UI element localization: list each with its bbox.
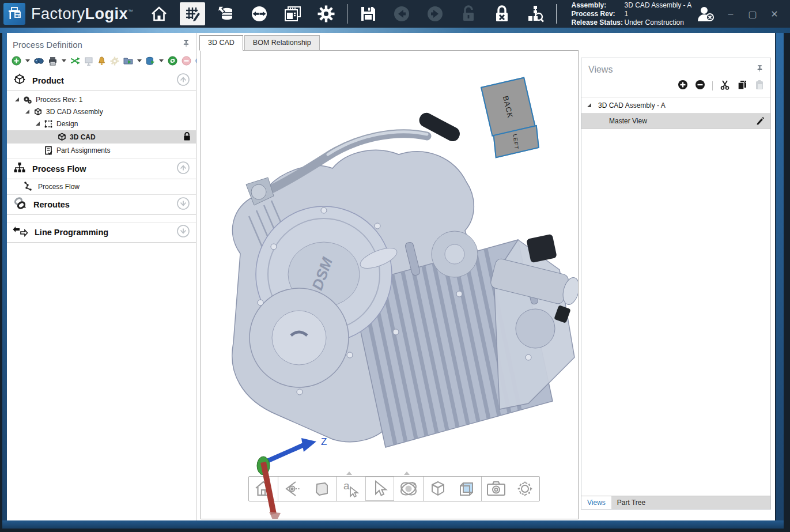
section-line-programming[interactable]: Line Programming — [7, 222, 196, 243]
section-process-flow[interactable]: Process Flow — [7, 159, 196, 179]
pin-icon[interactable] — [756, 64, 763, 75]
line-programming-icon — [13, 225, 29, 240]
presentation-icon[interactable] — [84, 56, 93, 66]
window-border-bottom — [2, 520, 784, 529]
assembly-label: Assembly: — [572, 1, 625, 10]
minimize-button[interactable]: – — [721, 5, 740, 22]
print-dropdown-caret[interactable] — [62, 59, 66, 62]
logout-user-icon[interactable] — [693, 2, 719, 25]
home-button[interactable] — [146, 2, 172, 25]
lock-close-button[interactable] — [489, 2, 515, 25]
svg-text:a: a — [343, 480, 350, 492]
expander-icon[interactable] — [15, 97, 19, 101]
explode-view-button[interactable] — [424, 477, 452, 501]
maximize-button[interactable]: ▢ — [743, 5, 762, 22]
document-tabs: 3D CAD BOM Relationship — [199, 35, 321, 51]
cut-icon[interactable] — [720, 80, 730, 92]
main-content: 3D CAD BOM Relationship — [196, 33, 775, 520]
view-direction-button[interactable] — [278, 477, 307, 501]
shaded-view-button[interactable] — [307, 477, 336, 501]
expander-icon[interactable] — [25, 110, 29, 114]
views-root-label: 3D CAD Assembly - A — [598, 101, 666, 110]
dropdown-caret[interactable] — [346, 471, 352, 475]
assembly-value: 3D CAD Assembly - A — [625, 1, 692, 10]
section-cube-button[interactable] — [452, 477, 481, 501]
find-icon[interactable] — [34, 56, 44, 66]
product-cube-icon — [13, 73, 27, 89]
deploy-folder-icon[interactable] — [123, 56, 133, 66]
tree-item-part-assignments[interactable]: Part Assignments — [7, 144, 196, 156]
process-definition-panel: Process Definition Product — [7, 33, 196, 520]
unlock-button[interactable] — [456, 2, 481, 25]
lock-icon — [183, 131, 191, 143]
pin-icon[interactable] — [182, 39, 190, 50]
expand-down-icon[interactable] — [176, 197, 190, 213]
collapse-up-icon[interactable] — [176, 73, 190, 89]
edit-pencil-icon[interactable] — [755, 116, 765, 127]
gears-icon — [22, 95, 33, 104]
tree-item-label: 3D CAD Assembly — [46, 108, 103, 116]
paste-icon[interactable] — [754, 80, 765, 92]
views-tree-master-view[interactable]: Master View — [581, 114, 770, 129]
add-view-icon[interactable] — [678, 80, 688, 92]
import-dropdown-caret[interactable] — [159, 59, 164, 62]
expand-down-icon[interactable] — [176, 224, 190, 240]
label-select-button[interactable]: a — [337, 477, 365, 501]
title-bar: FactoryLogix™ — [0, 0, 790, 28]
add-icon[interactable] — [12, 56, 21, 66]
process-flow-child[interactable]: Process Flow — [7, 179, 196, 194]
engine-3d-model[interactable]: DSM — [206, 104, 579, 450]
cube-icon — [56, 132, 67, 142]
redo-button[interactable] — [422, 2, 448, 25]
orbit-button[interactable] — [394, 477, 423, 501]
snapshot-button[interactable] — [482, 477, 511, 501]
gear-disabled-icon[interactable] — [110, 56, 119, 66]
tree-item-process-rev[interactable]: Process Rev: 1 — [7, 93, 196, 105]
tree-item-3d-cad-selected[interactable]: 3D CAD — [7, 130, 196, 144]
tree-item-3d-cad-assembly[interactable]: 3D CAD Assembly — [7, 105, 196, 118]
home-view-button[interactable] — [249, 477, 278, 501]
add-dropdown-caret[interactable] — [25, 59, 30, 62]
design-icon — [43, 119, 54, 129]
print-icon[interactable] — [48, 56, 58, 66]
process-definition-toolbar — [7, 52, 196, 70]
exchange-icon[interactable] — [70, 56, 80, 66]
3d-viewer[interactable]: DSM BACK LEFT — [201, 50, 579, 519]
copy-icon[interactable] — [737, 80, 747, 92]
window-border-top — [0, 28, 790, 33]
viewer-settings-button[interactable] — [511, 477, 539, 501]
expander-icon[interactable] — [36, 122, 40, 126]
suspend-icon[interactable] — [182, 56, 191, 66]
views-tree-root[interactable]: 3D CAD Assembly - A — [581, 97, 770, 114]
tab-views[interactable]: Views — [581, 496, 611, 509]
expander-icon[interactable] — [587, 103, 591, 107]
section-reroutes[interactable]: Reroutes — [7, 194, 196, 215]
tab-part-tree[interactable]: Part Tree — [611, 496, 651, 509]
import-bin-icon[interactable] — [146, 56, 155, 66]
refresh-icon[interactable] — [168, 56, 177, 66]
tree-item-label: 3D CAD — [70, 133, 96, 141]
tree-item-design[interactable]: Design — [7, 118, 196, 130]
assembly-info: Assembly:3D CAD Assembly - A Process Rev… — [572, 1, 692, 27]
alert-bell-icon[interactable] — [97, 56, 106, 66]
tab-bom-relationship[interactable]: BOM Relationship — [244, 35, 320, 51]
undo-button[interactable] — [389, 2, 414, 25]
toolbar-divider — [347, 4, 347, 24]
remote-connect-button[interactable] — [247, 2, 272, 25]
process-definition-button[interactable] — [180, 2, 205, 25]
close-button[interactable]: ✕ — [765, 5, 784, 22]
workflow-search-button[interactable] — [523, 2, 548, 25]
window-border-right — [775, 33, 784, 529]
toolbar-divider — [556, 4, 557, 24]
remove-view-icon[interactable] — [695, 80, 705, 92]
select-cursor-button[interactable] — [365, 477, 394, 501]
dropdown-caret[interactable] — [404, 471, 410, 475]
deploy-dropdown-caret[interactable] — [137, 59, 142, 62]
tab-3d-cad[interactable]: 3D CAD — [199, 35, 243, 51]
section-product[interactable]: Product — [7, 70, 196, 91]
save-button[interactable] — [356, 2, 381, 25]
collapse-up-icon[interactable] — [176, 161, 190, 177]
materials-import-button[interactable] — [213, 2, 239, 25]
settings-gear-button[interactable] — [313, 2, 339, 25]
forms-button[interactable] — [280, 2, 305, 25]
